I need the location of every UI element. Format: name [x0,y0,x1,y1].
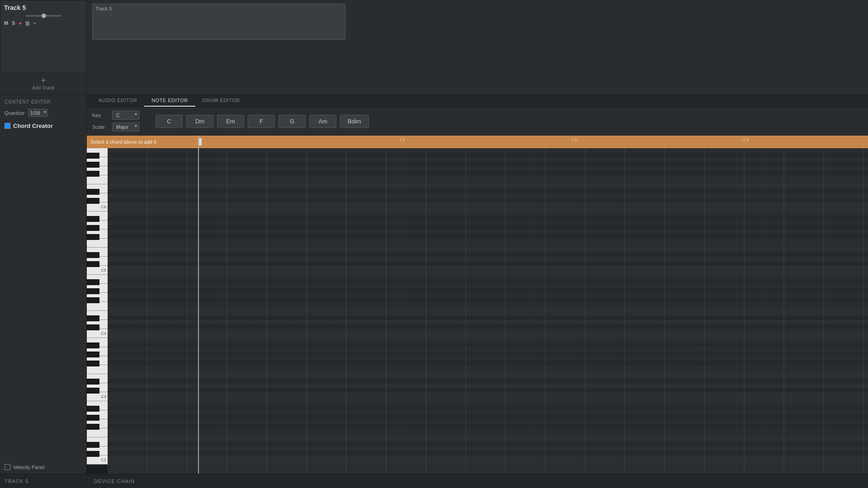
piano-keyboard: C6C5C4C3C2 [87,148,108,465]
app-wrapper: Track 5 M S ● ||| ~ Track 5 + [0,0,868,488]
tab-drum-editor[interactable]: DRUM EDITOR [195,95,247,107]
volume-thumb[interactable] [42,14,46,18]
chord-button-G[interactable]: G [278,115,306,128]
wave-button[interactable]: ~ [33,20,36,26]
grid-row-C3[interactable] [108,392,868,401]
piano-black-key-Eb3[interactable] [87,379,99,385]
piano-white-key-C5[interactable]: C5 [87,266,108,275]
grid-row-F3[interactable] [108,365,868,374]
grid-row-F4[interactable] [108,302,868,311]
scale-row: Scale Major Minor [92,122,139,131]
mute-button[interactable]: M [4,20,8,26]
piano-white-key-F5[interactable] [87,239,108,248]
grid-row-C4[interactable] [108,329,868,338]
chord-button-Em[interactable]: Em [217,115,244,128]
chord-marker-2: 1:3 [571,137,577,142]
top-area: Track 5 M S ● ||| ~ Track 5 [0,0,868,72]
piano-black-key-Eb2[interactable] [87,442,99,448]
piano-black-key-Db6[interactable] [87,198,99,204]
chord-marker-3: 1:4 [743,137,749,142]
editor-tabs-and-content: AUDIO EDITOR NOTE EDITOR DRUM EDITOR Key… [87,95,868,474]
track-segment[interactable]: Track 5 [92,4,345,40]
piano-white-key-C2[interactable]: C2 [87,455,108,465]
grid-row-C2[interactable] [108,455,868,465]
track-header: Track 5 M S ● ||| ~ [0,0,87,72]
chord-button-Bdim[interactable]: Bdim [340,115,369,128]
piano-black-key-Ab6[interactable] [87,162,99,168]
track-segment-area: Track 5 [87,0,868,72]
piano-black-key-Db5[interactable] [87,261,99,267]
chord-buttons: C Dm Em F G Am Bdim [156,115,369,128]
piano-white-key-F4[interactable] [87,302,108,311]
piano-white-key-C3[interactable]: C3 [87,392,108,401]
velocity-panel-label: Velocity Panel [13,465,44,470]
add-track-label: Add Track [32,85,55,90]
piano-black-key-Db2[interactable] [87,451,99,457]
tab-audio-editor[interactable]: AUDIO EDITOR [91,95,144,107]
piano-white-key-C6[interactable]: C6 [87,202,108,211]
piano-black-key-Gb6[interactable] [87,171,99,177]
piano-black-key-Gb5[interactable] [87,234,99,240]
add-track-area[interactable]: + Add Track [0,72,87,94]
piano-white-key-C4[interactable]: C4 [87,329,108,338]
mixer-button[interactable]: ||| [25,20,29,26]
piano-black-key-Eb4[interactable] [87,315,99,321]
empty-track-area [87,72,868,94]
sidebar-spacer [0,133,86,460]
grid-row-C6[interactable] [108,202,868,211]
solo-button[interactable]: S [12,20,15,26]
chord-button-F[interactable]: F [248,115,275,128]
piano-black-key-Ab5[interactable] [87,225,99,231]
chord-marker-1: 1:2 [399,137,405,142]
chord-bar: Select a chord above to add it 1:2 1:3 1… [87,136,868,148]
chord-button-Am[interactable]: Am [309,115,336,128]
content-editor-label: CONTENT EDITOR [0,95,86,107]
grid-row-C5[interactable] [108,266,868,275]
piano-black-key-Bb4[interactable] [87,279,99,285]
piano-white-key-F2[interactable] [87,428,108,437]
grid-row-F6[interactable] [108,175,868,184]
note-grid[interactable] [108,148,868,474]
tab-note-editor[interactable]: NOTE EDITOR [144,95,195,107]
chord-button-Dm[interactable]: Dm [186,115,213,128]
piano-black-key-Bb6[interactable] [87,153,99,159]
piano-black-key-Bb3[interactable] [87,343,99,348]
quantize-wrapper: 1/4 1/8 1/16 1/32 [28,109,48,117]
chord-creator-row: Chord Creator [0,119,86,133]
piano-white-key-F3[interactable] [87,365,108,374]
piano-black-key-Eb6[interactable] [87,189,99,195]
piano-black-key-Ab4[interactable] [87,288,99,294]
quantize-select[interactable]: 1/4 1/8 1/16 1/32 [28,109,48,117]
piano-black-key-Ab3[interactable] [87,352,99,357]
piano-black-key-Db4[interactable] [87,324,99,330]
record-button[interactable]: ● [19,20,22,26]
piano-black-key-Eb5[interactable] [87,252,99,258]
key-select-wrapper: C C# D [112,111,139,120]
piano-black-key-Gb2[interactable] [87,424,99,430]
piano-black-key-Gb3[interactable] [87,361,99,366]
chord-creator-label: Chord Creator [13,122,53,129]
piano-black-key-Bb5[interactable] [87,216,99,222]
piano-keys: // Rendered via SVG below [87,148,108,474]
scale-select[interactable]: Major Minor [112,122,139,131]
piano-grid-container: // Rendered via SVG below [87,148,868,474]
velocity-panel-row: Velocity Panel [0,460,86,474]
grid-row-F5[interactable] [108,239,868,248]
quantize-label: Quantize [5,110,24,116]
grid-row-F2[interactable] [108,428,868,437]
chord-creator-checkbox[interactable] [5,123,10,129]
piano-black-key-Gb4[interactable] [87,297,99,303]
bottom-device-label: DEVICE CHAIN [87,479,142,484]
velocity-panel-checkbox[interactable] [5,464,10,470]
chord-button-C[interactable]: C [156,115,183,128]
chord-bar-handle[interactable] [198,138,202,145]
piano-black-key-Ab2[interactable] [87,415,99,421]
piano-black-key-Db3[interactable] [87,388,99,394]
bottom-track-label: TRACK 5 [0,479,87,484]
piano-black-key-Bb2[interactable] [87,406,99,412]
track-volume-row [4,15,83,17]
piano-roll-area: Select a chord above to add it 1:2 1:3 1… [87,136,868,474]
volume-slider[interactable] [25,15,61,17]
key-select[interactable]: C C# D [112,111,139,120]
piano-white-key-F6[interactable] [87,175,108,184]
